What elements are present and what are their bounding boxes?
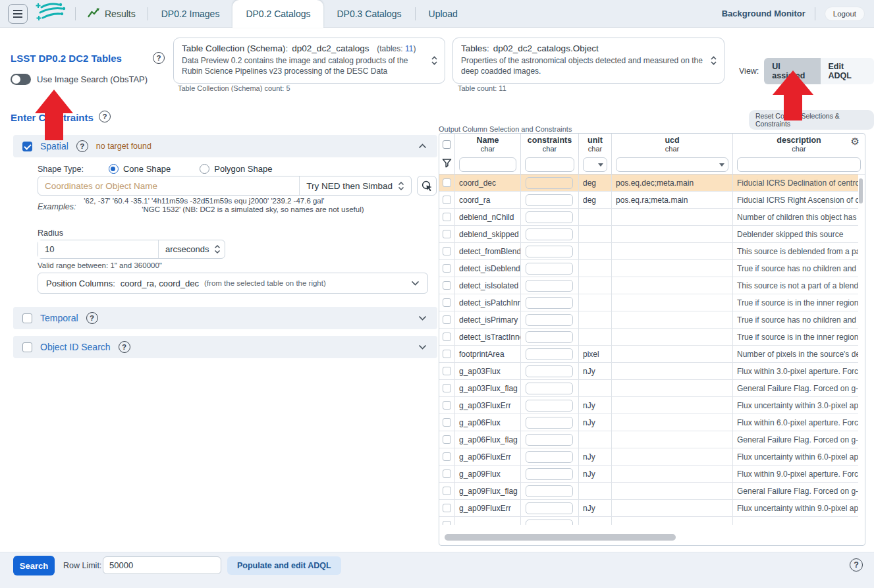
polygon-shape-option[interactable]: Polygon Shape bbox=[200, 164, 272, 174]
row-checkbox[interactable] bbox=[443, 418, 451, 427]
row-constraint-input[interactable] bbox=[526, 297, 573, 309]
row-checkbox[interactable] bbox=[443, 521, 451, 525]
logout-button[interactable]: Logout bbox=[825, 7, 865, 21]
spatial-checkbox[interactable] bbox=[22, 142, 32, 151]
row-constraint-input[interactable] bbox=[526, 331, 573, 343]
filter-constraints-input[interactable] bbox=[525, 157, 574, 172]
radius-unit-select[interactable]: arcseconds bbox=[158, 240, 227, 258]
row-checkbox[interactable] bbox=[443, 367, 451, 375]
temporal-checkbox[interactable] bbox=[22, 313, 32, 323]
object-id-checkbox[interactable] bbox=[22, 342, 32, 352]
row-constraint-input[interactable] bbox=[526, 280, 573, 292]
title-help-icon[interactable]: ? bbox=[153, 52, 165, 64]
chevron-down-icon[interactable] bbox=[418, 315, 427, 321]
footer-help-icon[interactable]: ? bbox=[850, 558, 863, 572]
tab-dp03-catalogs[interactable]: DP0.3 Catalogs bbox=[323, 0, 414, 28]
row-checkbox[interactable] bbox=[443, 469, 451, 478]
row-constraint-input[interactable] bbox=[526, 383, 573, 394]
row-constraint-input[interactable] bbox=[526, 400, 573, 412]
position-columns-expander[interactable]: Position Columns: coord_ra, coord_dec (f… bbox=[38, 273, 428, 294]
row-description: True if source is in the inner region of… bbox=[733, 294, 858, 311]
vertical-scrollbar[interactable] bbox=[859, 178, 863, 203]
row-constraint-input[interactable] bbox=[526, 246, 573, 257]
schema-stepper-icon[interactable] bbox=[431, 55, 438, 66]
select-all-checkbox[interactable] bbox=[443, 140, 451, 149]
row-checkbox[interactable] bbox=[443, 487, 451, 495]
chevron-up-icon[interactable] bbox=[418, 144, 427, 149]
row-constraint-input[interactable] bbox=[526, 468, 573, 480]
tables-stepper-icon[interactable] bbox=[710, 55, 717, 66]
radius-input[interactable] bbox=[38, 240, 158, 258]
menu-icon[interactable] bbox=[8, 4, 28, 24]
row-unit: nJy bbox=[579, 500, 612, 516]
tab-results[interactable]: Results bbox=[76, 7, 148, 20]
resolver-select[interactable]: Try NED then Simbad bbox=[299, 176, 411, 195]
row-constraint-input[interactable] bbox=[526, 177, 573, 189]
horizontal-scrollbar-track[interactable] bbox=[445, 534, 850, 541]
row-constraint-input[interactable] bbox=[526, 314, 573, 326]
row-constraint-input[interactable] bbox=[526, 194, 573, 206]
temporal-panel-header[interactable]: Temporal ? bbox=[13, 307, 437, 329]
reset-columns-button[interactable]: Reset Column Selections & Constraints bbox=[749, 110, 874, 130]
row-checkbox[interactable] bbox=[443, 333, 451, 341]
cone-shape-option[interactable]: Cone Shape bbox=[109, 164, 171, 174]
object-id-help-icon[interactable]: ? bbox=[119, 341, 130, 353]
row-checkbox[interactable] bbox=[443, 264, 451, 273]
tab-dp02-catalogs[interactable]: DP0.2 Catalogs bbox=[232, 0, 323, 28]
row-checkbox[interactable] bbox=[443, 435, 451, 444]
spatial-panel-header[interactable]: Spatial ? no target found bbox=[13, 135, 437, 157]
chevron-down-icon[interactable] bbox=[418, 344, 427, 350]
row-limit-input[interactable] bbox=[103, 556, 221, 574]
row-checkbox[interactable] bbox=[443, 213, 451, 221]
row-constraint-input[interactable] bbox=[526, 520, 573, 525]
row-checkbox[interactable] bbox=[443, 315, 451, 324]
row-checkbox[interactable] bbox=[443, 504, 451, 512]
polygon-shape-radio[interactable] bbox=[200, 164, 209, 174]
filter-name-input[interactable] bbox=[459, 157, 516, 172]
temporal-help-icon[interactable]: ? bbox=[86, 312, 98, 324]
background-monitor-button[interactable]: Background Monitor bbox=[722, 9, 806, 18]
table-options-gear-icon[interactable]: ⚙ bbox=[851, 136, 860, 146]
enter-constraints-help-icon[interactable]: ? bbox=[99, 111, 111, 122]
view-edit-adql-button[interactable]: Edit ADQL bbox=[821, 58, 874, 84]
horizontal-scrollbar-thumb[interactable] bbox=[445, 534, 676, 541]
row-checkbox[interactable] bbox=[443, 401, 451, 410]
search-button[interactable]: Search bbox=[13, 556, 55, 575]
table-selector[interactable]: Tables:dp02_dc2_catalogs.Object Properti… bbox=[452, 38, 724, 84]
locate-target-button[interactable] bbox=[417, 176, 437, 196]
row-constraint-input[interactable] bbox=[526, 434, 573, 446]
row-constraint-input[interactable] bbox=[526, 451, 573, 463]
row-checkbox[interactable] bbox=[443, 350, 451, 358]
row-constraint-input[interactable] bbox=[526, 365, 573, 377]
tab-upload[interactable]: Upload bbox=[416, 0, 471, 28]
row-checkbox[interactable] bbox=[443, 247, 451, 255]
spatial-help-icon[interactable]: ? bbox=[76, 140, 88, 152]
row-constraint-input[interactable] bbox=[526, 417, 573, 429]
row-constraint-input[interactable] bbox=[526, 228, 573, 240]
filter-ucd-select[interactable] bbox=[616, 157, 728, 172]
tab-dp02-images[interactable]: DP0.2 Images bbox=[148, 0, 233, 28]
row-checkbox[interactable] bbox=[443, 230, 451, 238]
filter-unit-select[interactable] bbox=[583, 157, 607, 172]
row-constraint-input[interactable] bbox=[526, 263, 573, 275]
row-constraint-input[interactable] bbox=[526, 211, 573, 223]
view-ui-assisted-button[interactable]: UI assisted bbox=[764, 58, 820, 84]
row-checkbox[interactable] bbox=[443, 384, 451, 392]
schema-selector[interactable]: Table Collection (Schema):dp02_dc2_catal… bbox=[173, 38, 445, 84]
row-checkbox[interactable] bbox=[443, 196, 451, 204]
row-constraint-input[interactable] bbox=[526, 485, 573, 497]
row-checkbox[interactable] bbox=[443, 298, 451, 307]
populate-adql-button[interactable]: Populate and edit ADQL bbox=[227, 556, 341, 575]
row-checkbox[interactable] bbox=[443, 281, 451, 290]
cone-shape-radio[interactable] bbox=[109, 164, 119, 174]
filter-description-input[interactable] bbox=[737, 157, 861, 172]
object-id-panel-header[interactable]: Object ID Search ? bbox=[13, 336, 437, 358]
row-checkbox[interactable] bbox=[443, 178, 451, 187]
filter-icon[interactable] bbox=[442, 158, 452, 171]
row-constraint-input[interactable] bbox=[526, 502, 573, 514]
row-constraint-input[interactable] bbox=[526, 348, 573, 360]
row-ucd bbox=[612, 466, 733, 482]
coordinates-input[interactable] bbox=[38, 176, 299, 195]
row-checkbox[interactable] bbox=[443, 452, 451, 461]
image-search-toggle[interactable] bbox=[11, 74, 31, 85]
